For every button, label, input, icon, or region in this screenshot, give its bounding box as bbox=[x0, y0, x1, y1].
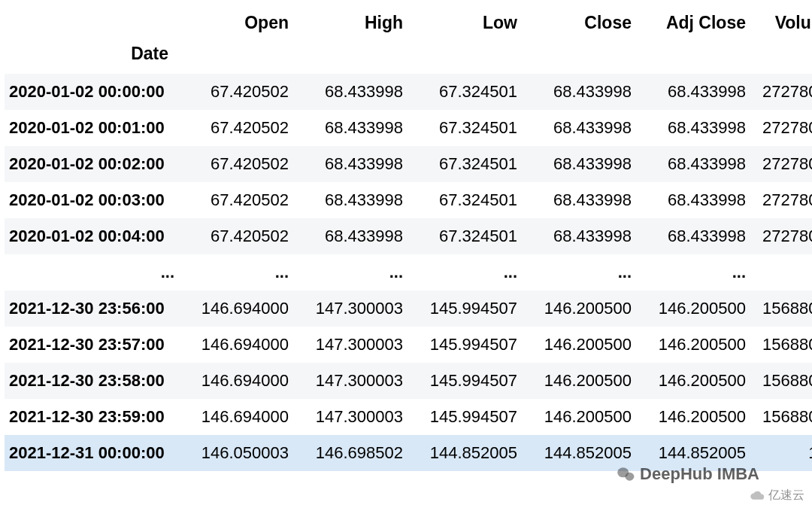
table-row: 2020-01-02 00:03:0067.42050268.43399867.… bbox=[5, 182, 812, 218]
cell: 68.433998 bbox=[632, 146, 746, 182]
cell: 67.420502 bbox=[174, 182, 289, 218]
cell: ... bbox=[289, 254, 403, 291]
cell: 15688000 bbox=[746, 399, 812, 435]
row-index: 2020-01-02 00:02:00 bbox=[5, 146, 174, 182]
cell: 67.324501 bbox=[403, 218, 517, 254]
table-row: 2021-12-31 00:00:00146.050003146.6985021… bbox=[5, 435, 812, 471]
row-index: 2021-12-31 00:00:00 bbox=[5, 435, 174, 471]
cell: 68.433998 bbox=[289, 182, 403, 218]
cell: 67.324501 bbox=[403, 182, 517, 218]
cell: 147.300003 bbox=[289, 363, 403, 399]
cell: 27278000 bbox=[746, 182, 812, 218]
cell: 146.200500 bbox=[517, 291, 632, 327]
cell: 67.420502 bbox=[174, 218, 289, 254]
row-index: 2020-01-02 00:01:00 bbox=[5, 110, 174, 146]
table-row: 2020-01-02 00:01:0067.42050268.43399867.… bbox=[5, 110, 812, 146]
cell: 145.994507 bbox=[403, 291, 517, 327]
row-index: ... bbox=[5, 254, 174, 291]
cell: ... bbox=[632, 254, 746, 291]
cell: 67.324501 bbox=[403, 74, 517, 110]
cell: 15688000 bbox=[746, 363, 812, 399]
index-label: Date bbox=[5, 41, 174, 74]
cell: 147.300003 bbox=[289, 327, 403, 363]
cell: 145.994507 bbox=[403, 363, 517, 399]
row-index: 2020-01-02 00:04:00 bbox=[5, 218, 174, 254]
index-label-row: Date bbox=[5, 41, 812, 74]
cell: 144.852005 bbox=[403, 435, 517, 471]
cell: 67.420502 bbox=[174, 146, 289, 182]
cell: 68.433998 bbox=[632, 74, 746, 110]
cell: 68.433998 bbox=[517, 74, 632, 110]
cell: 68.433998 bbox=[517, 182, 632, 218]
row-index: 2021-12-30 23:58:00 bbox=[5, 363, 174, 399]
cell: 68.433998 bbox=[289, 74, 403, 110]
cell: 68.433998 bbox=[517, 110, 632, 146]
cell: 146.200500 bbox=[632, 363, 746, 399]
cell: 146.200500 bbox=[632, 399, 746, 435]
col-volume: Volume bbox=[746, 5, 812, 41]
cell: 146.200500 bbox=[632, 327, 746, 363]
table-row: 2020-01-02 00:00:0067.42050268.43399867.… bbox=[5, 74, 812, 110]
cell: 146.694000 bbox=[174, 363, 289, 399]
column-header-row: Open High Low Close Adj Close Volume bbox=[5, 5, 812, 41]
table-row: 2021-12-30 23:59:00146.694000147.3000031… bbox=[5, 399, 812, 435]
col-close: Close bbox=[517, 5, 632, 41]
cell: 15688000 bbox=[746, 327, 812, 363]
cell: 68.433998 bbox=[289, 146, 403, 182]
cell: 15688000 bbox=[746, 291, 812, 327]
table-row: 2020-01-02 00:02:0067.42050268.43399867.… bbox=[5, 146, 812, 182]
cell: 67.420502 bbox=[174, 110, 289, 146]
cell: 146.050003 bbox=[174, 435, 289, 471]
col-low: Low bbox=[403, 5, 517, 41]
row-index: 2021-12-30 23:57:00 bbox=[5, 327, 174, 363]
cell: ... bbox=[517, 254, 632, 291]
cell: 146.694000 bbox=[174, 399, 289, 435]
table-row: 2021-12-30 23:57:00146.694000147.3000031… bbox=[5, 327, 812, 363]
cell: 68.433998 bbox=[289, 110, 403, 146]
row-index: 2021-12-30 23:59:00 bbox=[5, 399, 174, 435]
cell: 27278000 bbox=[746, 218, 812, 254]
cell: 68.433998 bbox=[632, 182, 746, 218]
cell: 68.433998 bbox=[632, 218, 746, 254]
cell: ... bbox=[174, 254, 289, 291]
cell: 68.433998 bbox=[517, 218, 632, 254]
cell: 147.300003 bbox=[289, 399, 403, 435]
cell: 146.698502 bbox=[289, 435, 403, 471]
cell: 68.433998 bbox=[289, 218, 403, 254]
cell: 68.433998 bbox=[517, 146, 632, 182]
table-row: 2021-12-30 23:56:00146.694000147.3000031… bbox=[5, 291, 812, 327]
cell: 146.694000 bbox=[174, 327, 289, 363]
cell: 146.200500 bbox=[517, 327, 632, 363]
ellipsis-row: ..................... bbox=[5, 254, 812, 291]
row-index: 2021-12-30 23:56:00 bbox=[5, 291, 174, 327]
cell: 67.324501 bbox=[403, 110, 517, 146]
table-row: 2020-01-02 00:04:0067.42050268.43399867.… bbox=[5, 218, 812, 254]
cell: 146.200500 bbox=[517, 399, 632, 435]
cell: 144.852005 bbox=[632, 435, 746, 471]
cell: 27278000 bbox=[746, 74, 812, 110]
row-index: 2020-01-02 00:03:00 bbox=[5, 182, 174, 218]
col-high: High bbox=[289, 5, 403, 41]
cell: 67.324501 bbox=[403, 146, 517, 182]
cell: 144.852005 bbox=[517, 435, 632, 471]
cell: 27278000 bbox=[746, 146, 812, 182]
dataframe-table: Open High Low Close Adj Close Volume Dat… bbox=[5, 5, 812, 471]
cell: 146.694000 bbox=[174, 291, 289, 327]
cell: 146.200500 bbox=[517, 363, 632, 399]
cell: 146.200500 bbox=[632, 291, 746, 327]
cell: 67.420502 bbox=[174, 74, 289, 110]
cell: 145.994507 bbox=[403, 399, 517, 435]
cell: ... bbox=[403, 254, 517, 291]
table-row: 2021-12-30 23:58:00146.694000147.3000031… bbox=[5, 363, 812, 399]
row-index: 2020-01-02 00:00:00 bbox=[5, 74, 174, 110]
col-open: Open bbox=[174, 5, 289, 41]
cell: 145.994507 bbox=[403, 327, 517, 363]
cell: ... bbox=[746, 254, 812, 291]
cell: 147.300003 bbox=[289, 291, 403, 327]
col-adj-close: Adj Close bbox=[632, 5, 746, 41]
cell: 68.433998 bbox=[632, 110, 746, 146]
cell: 181 bbox=[746, 435, 812, 471]
cell: 27278000 bbox=[746, 110, 812, 146]
